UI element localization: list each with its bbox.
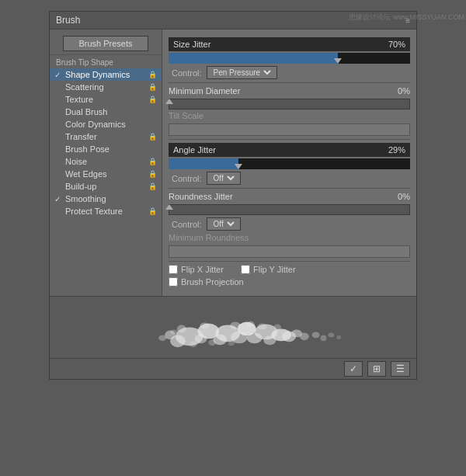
label-buildup: Build-up	[65, 182, 148, 191]
sidebar-item-smoothing[interactable]: ✓ Smoothing	[50, 193, 162, 205]
svg-point-26	[228, 341, 235, 346]
grid-toolbar-button[interactable]: ⊞	[367, 361, 386, 377]
size-jitter-slider[interactable]	[169, 53, 410, 64]
angle-jitter-thumb[interactable]	[235, 164, 242, 169]
sidebar-item-brush-pose[interactable]: Brush Pose	[50, 143, 162, 155]
min-diameter-thumb[interactable]	[165, 99, 173, 104]
panel-title: Brush	[56, 15, 80, 26]
menu-toolbar-button[interactable]: ☰	[391, 361, 410, 377]
left-panel: Brush Presets Brush Tip Shape ✓ Shape Dy…	[50, 30, 162, 296]
angle-control-dropdown[interactable]: Off	[210, 173, 237, 183]
sidebar-item-color-dynamics[interactable]: Color Dynamics	[50, 118, 162, 130]
sidebar-item-protect-texture[interactable]: Protect Texture 🔒	[50, 205, 162, 217]
svg-point-15	[300, 332, 309, 340]
roundness-control-select[interactable]: Off	[207, 217, 241, 231]
lock-scattering: 🔒	[148, 83, 157, 91]
lock-buildup: 🔒	[148, 182, 157, 190]
sidebar-item-buildup[interactable]: Build-up 🔒	[50, 180, 162, 193]
lock-wet-edges: 🔒	[148, 170, 157, 178]
bottom-toolbar: ✓ ⊞ ☰	[50, 358, 416, 379]
check-shape-dynamics: ✓	[54, 71, 65, 79]
flip-x-label: Flip X Jitter	[181, 265, 224, 274]
size-jitter-thumb[interactable]	[334, 58, 342, 64]
roundness-jitter-row: Roundness Jitter 0%	[169, 192, 410, 201]
sidebar-item-scattering[interactable]: Scattering 🔒	[50, 81, 162, 93]
brush-projection-checkbox[interactable]	[169, 277, 178, 287]
tilt-scale-label: Tilt Scale	[169, 111, 410, 120]
sidebar-item-noise[interactable]: Noise 🔒	[50, 155, 162, 168]
angle-control-select[interactable]: Off	[207, 172, 241, 185]
svg-point-25	[208, 339, 216, 346]
label-dual-brush: Dual Brush	[65, 107, 157, 116]
brush-presets-button[interactable]: Brush Presets	[63, 36, 148, 51]
min-roundness-row: Minimum Roundness	[169, 233, 410, 242]
label-shape-dynamics: Shape Dynamics	[65, 70, 148, 79]
min-diameter-label: Minimum Diameter	[169, 86, 381, 96]
watermark: 思缘设计论坛 www.MISSYUAN.COM	[349, 12, 464, 23]
roundness-control-row: Control: Off	[169, 217, 410, 231]
angle-jitter-slider[interactable]	[169, 158, 410, 169]
svg-point-10	[247, 332, 263, 343]
sidebar-item-texture[interactable]: Texture 🔒	[50, 93, 162, 106]
label-protect-texture: Protect Texture	[65, 207, 148, 216]
lock-texture: 🔒	[148, 96, 157, 103]
label-transfer: Transfer	[65, 132, 148, 141]
lock-noise: 🔒	[148, 158, 157, 165]
svg-point-27	[158, 335, 166, 341]
label-texture: Texture	[65, 95, 148, 104]
lock-protect-texture: 🔒	[148, 207, 157, 215]
roundness-jitter-thumb[interactable]	[165, 204, 173, 210]
svg-point-19	[200, 323, 210, 329]
size-jitter-label: Size Jitter	[173, 40, 388, 49]
brush-projection-checkbox-item: Brush Projection	[169, 277, 244, 287]
flip-jitter-row: Flip X Jitter Flip Y Jitter	[169, 265, 410, 274]
angle-control-row: Control: Off	[169, 172, 410, 185]
svg-point-7	[195, 334, 207, 343]
svg-point-21	[273, 325, 281, 331]
pen-pressure-dropdown[interactable]: Pen Pressure	[210, 68, 273, 78]
label-scattering: Scattering	[65, 82, 148, 92]
svg-point-29	[328, 332, 334, 337]
flip-y-checkbox[interactable]	[241, 265, 250, 274]
size-jitter-value: 70%	[388, 40, 405, 49]
svg-point-22	[312, 332, 320, 338]
control-label-1: Control:	[172, 68, 202, 78]
brush-projection-row: Brush Projection	[169, 277, 410, 287]
brush-tip-shape-header[interactable]: Brush Tip Shape	[50, 54, 162, 68]
check-smoothing: ✓	[54, 195, 65, 203]
sidebar-item-transfer[interactable]: Transfer 🔒	[50, 130, 162, 143]
size-jitter-header: Size Jitter 70%	[169, 37, 410, 51]
sidebar-item-shape-dynamics[interactable]: ✓ Shape Dynamics 🔒	[50, 68, 162, 81]
min-diameter-row: Minimum Diameter 0%	[169, 86, 410, 96]
flip-x-checkbox-item: Flip X Jitter	[169, 265, 224, 274]
right-panel: Size Jitter 70% Control: Pen Pressure	[162, 30, 416, 296]
min-roundness-slider[interactable]	[169, 245, 410, 258]
label-color-dynamics: Color Dynamics	[65, 120, 157, 129]
svg-point-28	[170, 329, 178, 334]
brush-projection-label: Brush Projection	[181, 277, 244, 287]
roundness-jitter-slider[interactable]	[169, 204, 410, 215]
svg-point-11	[264, 335, 276, 345]
pen-pressure-select[interactable]: Pen Pressure	[207, 66, 277, 79]
brush-preview-area	[50, 296, 416, 358]
svg-point-30	[336, 335, 341, 339]
min-diameter-value: 0%	[381, 86, 410, 96]
check-toolbar-button[interactable]: ✓	[344, 361, 363, 377]
angle-jitter-header: Angle Jitter 29%	[169, 143, 410, 157]
size-control-row: Control: Pen Pressure	[169, 66, 410, 79]
min-roundness-label: Minimum Roundness	[169, 233, 410, 242]
sidebar-item-wet-edges[interactable]: Wet Edges 🔒	[50, 168, 162, 180]
roundness-control-dropdown[interactable]: Off	[210, 219, 237, 229]
tilt-scale-slider[interactable]	[169, 123, 410, 136]
label-smoothing: Smoothing	[65, 194, 157, 203]
flip-y-label: Flip Y Jitter	[253, 265, 296, 274]
roundness-jitter-value: 0%	[381, 192, 410, 201]
min-diameter-slider[interactable]	[169, 99, 410, 109]
angle-jitter-label: Angle Jitter	[173, 145, 388, 155]
svg-point-16	[177, 325, 186, 333]
lock-transfer: 🔒	[148, 133, 157, 141]
sidebar-item-dual-brush[interactable]: Dual Brush	[50, 106, 162, 118]
flip-x-checkbox[interactable]	[169, 265, 178, 274]
angle-jitter-value: 29%	[388, 145, 405, 155]
svg-point-18	[247, 321, 255, 328]
